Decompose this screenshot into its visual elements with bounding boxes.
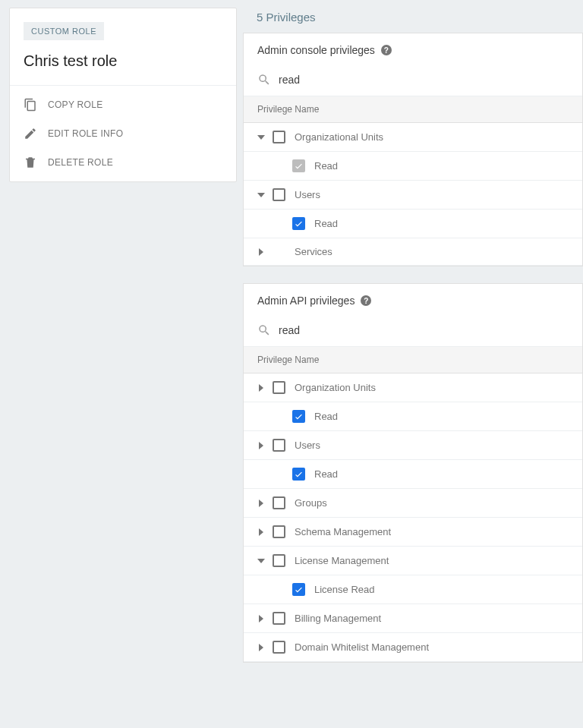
copy-role-label: COPY ROLE <box>48 99 103 110</box>
api-section-title: Admin API privileges <box>257 295 355 307</box>
search-icon <box>257 73 271 87</box>
priv-services[interactable]: Services <box>244 238 582 266</box>
priv-api-org-units-read[interactable]: Read <box>244 402 582 431</box>
chevron-right-icon <box>257 500 265 507</box>
api-privileges-section: Admin API privileges ? Privilege Name Or… <box>243 283 583 663</box>
priv-label: Organization Units <box>295 382 376 393</box>
chevron-right-icon <box>257 442 265 449</box>
priv-label: Groups <box>295 497 327 509</box>
priv-label: Read <box>314 218 338 229</box>
priv-label: Read <box>314 468 338 480</box>
priv-label: Users <box>295 440 320 451</box>
priv-users[interactable]: Users <box>244 181 582 210</box>
chevron-right-icon <box>257 644 265 651</box>
priv-api-billing[interactable]: Billing Management <box>244 604 582 633</box>
edit-role-button[interactable]: EDIT ROLE INFO <box>10 119 236 148</box>
checkbox[interactable] <box>273 641 285 654</box>
chevron-down-icon <box>257 134 265 141</box>
console-search-row <box>244 67 582 96</box>
expand-toggle[interactable] <box>254 615 268 622</box>
priv-label: Services <box>295 246 332 257</box>
chevron-right-icon <box>257 248 265 256</box>
checkbox-org-units[interactable] <box>273 131 285 143</box>
priv-api-schema[interactable]: Schema Management <box>244 518 582 547</box>
checkbox[interactable] <box>292 410 305 423</box>
priv-api-domain[interactable]: Domain Whitelist Management <box>244 633 582 662</box>
checkbox[interactable] <box>273 496 285 509</box>
search-icon <box>257 323 271 337</box>
delete-role-button[interactable]: DELETE ROLE <box>10 148 236 177</box>
priv-org-units[interactable]: Organizational Units <box>244 123 582 152</box>
expand-toggle[interactable] <box>254 442 268 449</box>
privileges-header: 5 Privileges <box>243 0 583 33</box>
priv-users-read[interactable]: Read <box>244 210 582 238</box>
chevron-right-icon <box>257 528 265 536</box>
checkbox[interactable] <box>273 525 285 538</box>
priv-api-license-read[interactable]: License Read <box>244 575 582 604</box>
checkbox[interactable] <box>292 468 305 481</box>
copy-icon <box>24 98 37 112</box>
role-type-badge: CUSTOM ROLE <box>24 22 104 40</box>
priv-api-users[interactable]: Users <box>244 431 582 460</box>
checkbox[interactable] <box>273 554 285 567</box>
priv-label: Schema Management <box>295 526 391 537</box>
console-search-input[interactable] <box>279 74 569 86</box>
console-section-title: Admin console privileges <box>257 44 375 56</box>
priv-org-units-read[interactable]: Read <box>244 152 582 181</box>
expand-toggle[interactable] <box>254 557 268 565</box>
edit-role-label: EDIT ROLE INFO <box>48 128 123 139</box>
checkbox-users[interactable] <box>273 188 285 201</box>
priv-label: License Read <box>314 584 375 595</box>
checkbox[interactable] <box>273 439 285 452</box>
priv-label: Billing Management <box>295 613 381 624</box>
priv-label: Domain Whitelist Management <box>295 641 429 653</box>
help-icon[interactable]: ? <box>381 45 392 55</box>
delete-role-label: DELETE ROLE <box>48 157 113 168</box>
expand-toggle[interactable] <box>254 528 268 536</box>
expand-toggle[interactable] <box>254 134 268 141</box>
console-column-header: Privilege Name <box>244 96 582 123</box>
chevron-right-icon <box>257 384 265 392</box>
api-search-row <box>244 317 582 347</box>
chevron-down-icon <box>257 191 265 199</box>
expand-toggle[interactable] <box>254 644 268 651</box>
expand-toggle[interactable] <box>254 191 268 199</box>
expand-toggle[interactable] <box>254 384 268 392</box>
help-icon[interactable]: ? <box>361 295 371 306</box>
role-card: CUSTOM ROLE Chris test role COPY ROLE ED… <box>9 8 237 182</box>
priv-label: Read <box>314 411 338 422</box>
priv-api-org-units[interactable]: Organization Units <box>244 373 582 402</box>
priv-label: Read <box>314 160 338 172</box>
chevron-down-icon <box>257 557 265 565</box>
priv-label: Users <box>295 189 320 200</box>
copy-role-button[interactable]: COPY ROLE <box>10 90 236 119</box>
priv-label: License Management <box>295 555 389 566</box>
chevron-right-icon <box>257 615 265 622</box>
console-privileges-section: Admin console privileges ? Privilege Nam… <box>243 33 583 266</box>
api-column-header: Privilege Name <box>244 347 582 373</box>
checkbox-users-read[interactable] <box>292 217 305 230</box>
checkbox-org-units-read <box>292 159 305 172</box>
checkbox[interactable] <box>273 612 285 625</box>
api-search-input[interactable] <box>279 324 569 336</box>
priv-label: Organizational Units <box>295 131 383 143</box>
checkbox[interactable] <box>292 583 305 596</box>
checkbox[interactable] <box>273 381 285 394</box>
expand-toggle[interactable] <box>254 248 268 256</box>
expand-toggle[interactable] <box>254 500 268 507</box>
delete-icon <box>24 156 37 169</box>
edit-icon <box>24 127 37 140</box>
priv-api-groups[interactable]: Groups <box>244 489 582 518</box>
priv-api-users-read[interactable]: Read <box>244 460 582 489</box>
role-name: Chris test role <box>24 52 222 70</box>
priv-api-license[interactable]: License Management <box>244 547 582 575</box>
